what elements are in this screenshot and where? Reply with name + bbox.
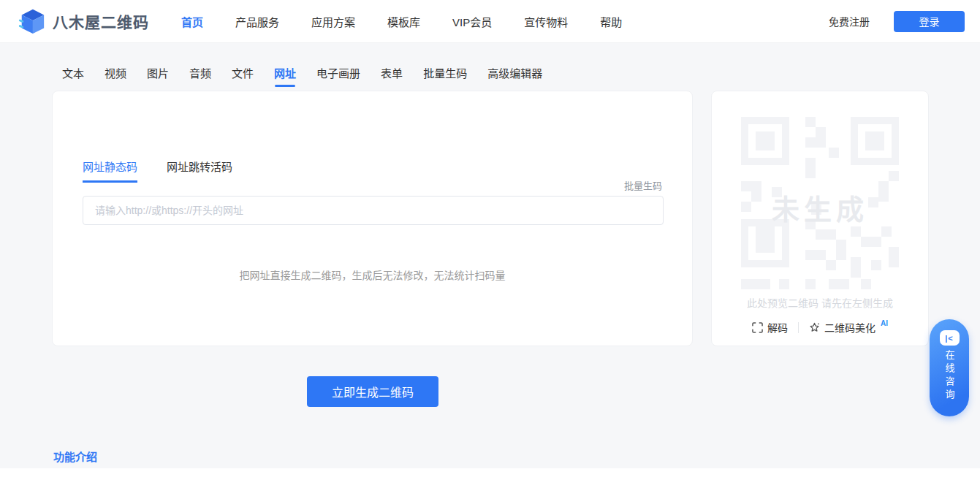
tab-dynamic-url-code[interactable]: 网址跳转活码 [167, 159, 232, 183]
nav-products[interactable]: 产品服务 [235, 14, 279, 29]
beautify-button[interactable]: 二维码美化AI [809, 320, 888, 335]
preview-actions: 解码 二维码美化AI [712, 320, 928, 335]
tab-url[interactable]: 网址 [274, 65, 296, 87]
nav-materials[interactable]: 宣传物料 [524, 14, 568, 29]
nav-help[interactable]: 帮助 [600, 14, 622, 29]
beautify-label: 二维码美化 [824, 320, 875, 335]
nav-home[interactable]: 首页 [181, 14, 203, 29]
static-code-hint: 把网址直接生成二维码，生成后无法修改，无法统计扫码量 [53, 267, 692, 282]
tab-text[interactable]: 文本 [62, 65, 84, 87]
tab-ebook[interactable]: 电子画册 [316, 65, 360, 87]
url-generator-card: 网址静态码 网址跳转活码 批量生码 把网址直接生成二维码，生成后无法修改，无法统… [52, 91, 693, 346]
header: 八木屋二维码 首页 产品服务 应用方案 模板库 VIP会员 宣传物料 帮助 免费… [0, 0, 980, 43]
register-link[interactable]: 免费注册 [829, 14, 870, 28]
brand-logo[interactable]: 八木屋二维码 [18, 7, 149, 35]
qr-placeholder: 未生成 [741, 117, 899, 289]
tab-file[interactable]: 文件 [232, 65, 254, 87]
nav-vip[interactable]: VIP会员 [452, 14, 492, 29]
url-input[interactable] [83, 196, 664, 225]
consult-label: 在线咨询 [943, 350, 957, 403]
tab-video[interactable]: 视频 [105, 65, 126, 87]
preview-hint: 此处预览二维码 请先在左侧生成 [712, 295, 928, 310]
batch-generate-link[interactable]: 批量生码 [624, 178, 662, 192]
decode-label: 解码 [767, 320, 788, 335]
tab-audio[interactable]: 音频 [189, 65, 211, 87]
generate-qr-button[interactable]: 立即生成二维码 [307, 376, 438, 407]
tab-image[interactable]: 图片 [147, 65, 169, 87]
actions-divider [798, 322, 799, 333]
online-consult-button[interactable]: |< 在线咨询 [930, 319, 969, 416]
tab-batch[interactable]: 批量生码 [423, 65, 467, 87]
sparkle-magic-icon [809, 322, 820, 333]
tab-static-url-code[interactable]: 网址静态码 [83, 159, 137, 183]
scan-frame-icon [752, 322, 763, 333]
tab-form[interactable]: 表单 [381, 65, 403, 87]
nav-solutions[interactable]: 应用方案 [311, 14, 355, 29]
qr-not-generated-watermark: 未生成 [741, 187, 899, 227]
ai-badge: AI [881, 319, 888, 327]
url-mode-tabs: 网址静态码 网址跳转活码 [83, 159, 232, 183]
chat-service-icon: |< [940, 330, 960, 346]
decode-button[interactable]: 解码 [752, 320, 788, 335]
brand-name: 八木屋二维码 [53, 10, 149, 32]
header-right: 免费注册 登录 [829, 11, 965, 32]
qr-preview-card: 未生成 此处预览二维码 请先在左侧生成 解码 二维码美化AI [711, 91, 929, 346]
cube-logo-icon [18, 7, 46, 35]
main-nav: 首页 产品服务 应用方案 模板库 VIP会员 宣传物料 帮助 [181, 14, 622, 29]
nav-templates[interactable]: 模板库 [387, 14, 420, 29]
qr-type-tabs: 文本 视频 图片 音频 文件 网址 电子画册 表单 批量生码 高级编辑器 [62, 65, 542, 87]
footer-background [0, 468, 980, 488]
tab-advanced-editor[interactable]: 高级编辑器 [487, 65, 542, 87]
login-button[interactable]: 登录 [894, 11, 965, 32]
